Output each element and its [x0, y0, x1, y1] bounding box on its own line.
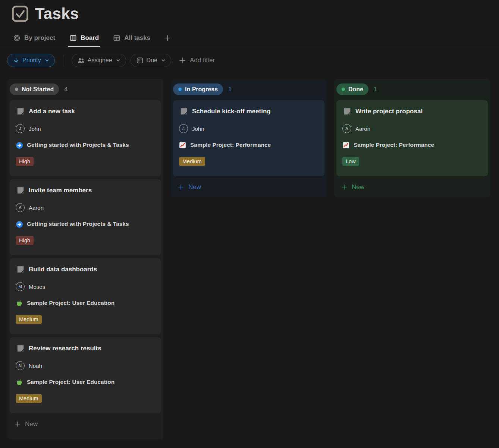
card-title: Add a new task — [29, 108, 75, 115]
card-title: Schedule kick-off meeting — [192, 108, 271, 115]
priority-tag: Medium — [179, 157, 205, 166]
add-view-button[interactable] — [163, 32, 172, 47]
column-count: 1 — [374, 86, 377, 93]
filter-bar: Priority Assignee Due — [7, 54, 499, 67]
new-task-label: New — [352, 183, 364, 191]
project-property: Sample Project: Performance — [342, 142, 482, 149]
status-pill-in-progress[interactable]: In Progress — [173, 83, 223, 95]
new-task-button[interactable]: New — [173, 179, 324, 195]
tasks-board-page: Tasks By project Board All tasks — [0, 0, 499, 448]
project-link[interactable]: Sample Project: Performance — [190, 142, 271, 149]
column-done: Done 1 Write project proposal A Aaron — [334, 79, 490, 197]
project-property: Getting started with Projects & Tasks — [16, 142, 155, 149]
apple-icon — [16, 379, 23, 386]
task-card[interactable]: Review research results N Noah Sample Pr… — [10, 337, 161, 413]
assignee-filter-button[interactable]: Assignee — [72, 54, 126, 67]
add-filter-label: Add filter — [190, 57, 215, 64]
card-title: Review research results — [29, 345, 101, 352]
project-property: Getting started with Projects & Tasks — [16, 221, 155, 228]
chart-icon — [342, 142, 350, 149]
task-card[interactable]: Invite team members A Aaron Getting star… — [10, 179, 161, 255]
page-icon — [16, 186, 24, 194]
tab-all-tasks[interactable]: All tasks — [112, 32, 152, 47]
apple-icon — [16, 300, 23, 307]
assignee-name: Aaron — [355, 126, 370, 132]
priority-tag: Medium — [16, 394, 42, 403]
status-dot — [15, 88, 18, 91]
assignee-name: John — [29, 126, 41, 132]
project-link[interactable]: Sample Project: User Education — [27, 379, 114, 386]
people-icon — [77, 57, 85, 64]
status-label: In Progress — [185, 86, 218, 93]
due-filter-button[interactable]: Due — [131, 54, 171, 67]
new-task-button[interactable]: New — [10, 416, 161, 432]
assignee-property: A Aaron — [16, 203, 155, 212]
page-header: Tasks — [0, 0, 499, 23]
page-icon — [16, 265, 24, 273]
status-dot — [178, 88, 182, 91]
assignee-name: Aaron — [29, 205, 44, 211]
project-link[interactable]: Sample Project: Performance — [354, 142, 434, 149]
avatar: N — [16, 361, 25, 370]
arrow-circle-icon — [16, 142, 23, 149]
priority-tag: Medium — [16, 315, 42, 324]
assignee-property: A Aaron — [342, 124, 482, 133]
plus-icon — [341, 184, 348, 190]
page-icon — [16, 344, 24, 352]
task-card[interactable]: Build data dashboards M Moses Sample Pro… — [10, 258, 161, 334]
column-header: Done 1 — [336, 81, 488, 100]
page-title[interactable]: Tasks — [35, 5, 79, 23]
column-count: 1 — [228, 86, 232, 93]
priority-sort-label: Priority — [22, 57, 41, 64]
tab-board[interactable]: Board — [68, 32, 100, 47]
target-icon — [13, 34, 21, 42]
avatar: J — [16, 124, 25, 133]
priority-tag: High — [16, 236, 34, 245]
task-card[interactable]: Schedule kick-off meeting J John Sample … — [173, 100, 324, 176]
plus-icon — [14, 421, 21, 428]
card-title: Write project proposal — [355, 108, 423, 115]
tasks-checkbox-icon[interactable] — [12, 5, 29, 22]
assignee-filter-label: Assignee — [88, 57, 112, 64]
assignee-name: Noah — [29, 363, 42, 369]
new-task-button[interactable]: New — [336, 179, 488, 195]
assignee-property: J John — [179, 124, 318, 133]
assignee-property: N Noah — [16, 361, 155, 370]
column-in-progress: In Progress 1 Schedule kick-off meeting … — [171, 79, 327, 197]
add-filter-button[interactable]: Add filter — [179, 57, 215, 64]
column-header: In Progress 1 — [173, 81, 324, 100]
table-icon — [113, 34, 120, 42]
task-card[interactable]: Write project proposal A Aaron Sample Pr… — [336, 100, 488, 176]
priority-tag: High — [16, 157, 34, 166]
project-link[interactable]: Getting started with Projects & Tasks — [27, 221, 129, 228]
column-not-started: Not Started 4 Add a new task J John — [7, 79, 163, 439]
tab-label: Board — [81, 34, 99, 42]
priority-sort-button[interactable]: Priority — [7, 54, 55, 67]
chevron-down-icon — [116, 58, 120, 63]
status-label: Not Started — [22, 86, 54, 93]
assignee-property: J John — [16, 124, 155, 133]
project-link[interactable]: Sample Project: User Education — [27, 300, 114, 307]
new-task-label: New — [188, 183, 201, 191]
status-pill-not-started[interactable]: Not Started — [10, 83, 59, 95]
arrow-down-icon — [13, 57, 19, 64]
project-link[interactable]: Getting started with Projects & Tasks — [27, 142, 129, 149]
plus-icon — [178, 184, 184, 190]
assignee-name: John — [192, 126, 204, 132]
due-filter-label: Due — [147, 57, 157, 64]
chevron-down-icon — [45, 58, 49, 63]
assignee-name: Moses — [29, 284, 45, 290]
avatar: A — [342, 124, 351, 133]
board-icon — [69, 34, 77, 42]
priority-tag: Low — [342, 157, 359, 166]
status-pill-done[interactable]: Done — [336, 83, 368, 95]
tab-by-project[interactable]: By project — [12, 32, 57, 47]
task-card[interactable]: Add a new task J John Getting started wi… — [10, 100, 161, 176]
arrow-circle-icon — [16, 221, 23, 228]
tab-label: By project — [24, 34, 55, 42]
status-dot — [342, 88, 345, 91]
divider — [63, 55, 63, 66]
status-label: Done — [348, 86, 363, 93]
avatar: A — [16, 203, 25, 212]
calendar-icon — [136, 57, 144, 64]
